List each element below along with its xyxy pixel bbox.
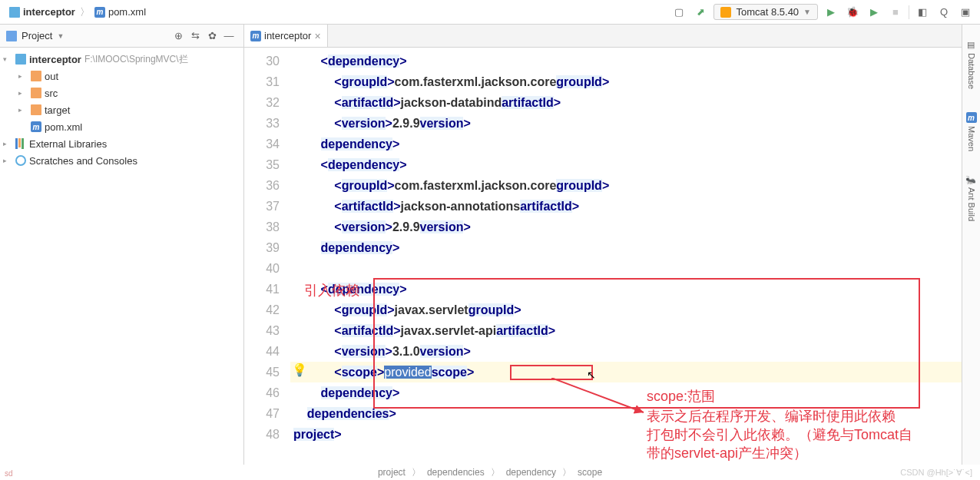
- tree-external-libs[interactable]: ▸ External Libraries: [0, 135, 243, 152]
- tree-root-path: F:\IMOOC\SpringMVC\拦: [84, 53, 188, 66]
- code-editor[interactable]: 303132 333435 363738 394041 424344 45464…: [244, 48, 980, 465]
- crumb[interactable]: dependencies: [427, 467, 485, 478]
- tree-root-label: interceptor: [29, 54, 81, 65]
- tree-label: src: [45, 88, 58, 99]
- tree-scratches[interactable]: ▸ Scratches and Consoles: [0, 152, 243, 169]
- tree-folder-src[interactable]: ▸ src: [0, 84, 243, 101]
- tree-label: pom.xml: [45, 121, 82, 133]
- tree-file-pom[interactable]: m pom.xml: [0, 118, 243, 135]
- collapse-arrow-icon[interactable]: ▸: [18, 89, 28, 97]
- code-content[interactable]: <dependency> <groupId>com.fasterxml.jack…: [290, 48, 980, 465]
- hammer-icon[interactable]: ⬈: [692, 4, 709, 21]
- expand-arrow-icon[interactable]: ▾: [3, 55, 12, 63]
- maven-tool[interactable]: mMaven: [966, 112, 977, 151]
- maven-file-icon: m: [94, 7, 105, 18]
- collapse-arrow-icon[interactable]: ▸: [3, 140, 12, 147]
- breadcrumb-file-label: pom.xml: [108, 6, 146, 18]
- module-icon: [15, 54, 26, 65]
- gear-icon[interactable]: ✿: [204, 28, 220, 45]
- collapse-arrow-icon[interactable]: ▸: [18, 106, 28, 114]
- run-configuration[interactable]: Tomcat 8.5.40 ▼: [713, 4, 818, 20]
- editor-area: m interceptor × 303132 333435 363738 394…: [244, 25, 980, 465]
- sd-label: sd: [5, 469, 13, 478]
- editor-tabs: m interceptor ×: [244, 25, 980, 48]
- chevron-down-icon: ▼: [803, 8, 811, 16]
- project-tool-window: Project ▼ ⊕ ⇆ ✿ — ▾ interceptor F:\IMOOC…: [0, 25, 244, 465]
- tree-label: out: [45, 71, 58, 82]
- stop-button[interactable]: ■: [887, 4, 904, 21]
- folder-icon: [31, 104, 41, 115]
- tab-label: interceptor: [264, 30, 311, 41]
- close-icon[interactable]: ×: [314, 30, 320, 42]
- project-tree[interactable]: ▾ interceptor F:\IMOOC\SpringMVC\拦 ▸ out…: [0, 48, 243, 172]
- chevron-down-icon[interactable]: ▼: [57, 32, 64, 40]
- tree-label: target: [45, 104, 70, 116]
- breadcrumb-separator: 〉: [80, 5, 90, 19]
- maven-file-icon: m: [250, 31, 261, 41]
- locate-icon[interactable]: ⊕: [170, 28, 187, 45]
- folder-icon: [31, 88, 41, 98]
- search-icon[interactable]: Q: [935, 4, 952, 21]
- crumb[interactable]: dependency: [506, 467, 556, 478]
- folder-icon: [31, 71, 41, 81]
- maven-file-icon: m: [31, 121, 41, 132]
- database-tool[interactable]: ▤Database: [966, 40, 976, 89]
- right-tool-strip: ▤Database mMaven 🐜Ant Build: [962, 25, 980, 465]
- tree-root[interactable]: ▾ interceptor F:\IMOOC\SpringMVC\拦: [0, 51, 243, 68]
- breadcrumb-file[interactable]: m pom.xml: [91, 5, 149, 19]
- editor-breadcrumb: project〉 dependencies〉 dependency〉 scope: [0, 465, 980, 480]
- watermark: CSDN @Hh[>˙∀˙<]: [900, 468, 972, 478]
- collapse-icon[interactable]: ⇆: [187, 28, 204, 45]
- collapse-arrow-icon[interactable]: ▸: [3, 157, 12, 164]
- libraries-icon: [15, 138, 26, 149]
- debug-button[interactable]: 🐞: [844, 4, 861, 21]
- window-icon[interactable]: ▢: [670, 4, 687, 21]
- tree-label: Scratches and Consoles: [29, 155, 137, 167]
- module-icon: [9, 7, 20, 18]
- scratches-icon: [15, 155, 26, 166]
- main-toolbar: interceptor 〉 m pom.xml ▢ ⬈ Tomcat 8.5.4…: [0, 0, 980, 25]
- coverage-button[interactable]: ▶: [866, 4, 882, 21]
- crumb[interactable]: project: [378, 467, 406, 478]
- tree-label: External Libraries: [29, 138, 107, 150]
- tab-interceptor[interactable]: m interceptor ×: [244, 25, 328, 47]
- snapshot-icon[interactable]: ◧: [914, 4, 931, 21]
- hide-icon[interactable]: —: [220, 28, 237, 45]
- settings-icon[interactable]: ▣: [957, 4, 974, 21]
- crumb[interactable]: scope: [578, 467, 602, 478]
- run-button[interactable]: ▶: [823, 4, 839, 21]
- tree-folder-out[interactable]: ▸ out: [0, 68, 243, 84]
- tomcat-icon: [720, 7, 731, 18]
- tree-folder-target[interactable]: ▸ target: [0, 101, 243, 118]
- project-panel-title: Project: [22, 30, 52, 41]
- run-config-label: Tomcat 8.5.40: [736, 6, 799, 18]
- bulb-icon[interactable]: 💡: [292, 362, 307, 377]
- collapse-arrow-icon[interactable]: ▸: [18, 72, 28, 80]
- project-view-icon: [6, 31, 17, 41]
- breadcrumb-project[interactable]: interceptor: [6, 5, 78, 19]
- line-gutter: 303132 333435 363738 394041 424344 45464…: [244, 48, 290, 465]
- ant-build-tool[interactable]: 🐜Ant Build: [966, 174, 976, 221]
- breadcrumb-project-label: interceptor: [23, 6, 75, 18]
